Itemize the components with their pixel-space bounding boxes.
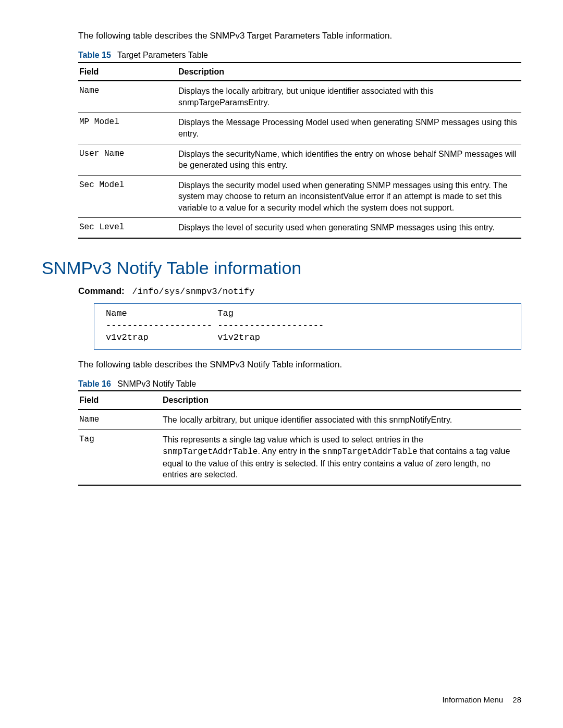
col-field: Field	[78, 391, 162, 410]
table-16: Field Description Name The locally arbit…	[78, 390, 521, 486]
table-row: Name The locally arbitrary, but unique i…	[78, 410, 521, 430]
desc-part: This represents a single tag value which…	[163, 435, 423, 444]
col-field: Field	[78, 63, 177, 81]
field-cell: Sec Model	[78, 175, 177, 218]
desc-cell: Displays the Message Processing Model us…	[177, 113, 521, 144]
table-row: Tag This represents a single tag value w…	[78, 430, 521, 485]
footer-section: Information Menu	[442, 695, 503, 704]
code-output-box: Name Tag -------------------- ----------…	[94, 303, 521, 350]
intro-text-1: The following table describes the SNMPv3…	[78, 30, 521, 42]
field-cell: MP Model	[78, 113, 177, 144]
field-cell: Name	[78, 81, 177, 113]
table-15-number: Table 15	[78, 51, 111, 59]
table-15: Field Description Name Displays the loca…	[78, 62, 521, 239]
page: The following table describes the SNMPv3…	[0, 0, 563, 728]
intro-text-2: The following table describes the SNMPv3…	[78, 359, 521, 371]
command-path: /info/sys/snmpv3/notify	[132, 287, 255, 297]
table-row: User Name Displays the securityName, whi…	[78, 144, 521, 175]
section-heading: SNMPv3 Notify Table information	[42, 256, 521, 280]
desc-part: . Any entry in the	[258, 447, 322, 455]
command-label: Command:	[78, 286, 125, 296]
footer-page-number: 28	[512, 695, 521, 704]
page-footer: Information Menu 28	[442, 695, 521, 705]
table-16-number: Table 16	[78, 379, 111, 388]
desc-cell: Displays the locally arbitrary, but uniq…	[177, 81, 521, 113]
content-block-2: Command: /info/sys/snmpv3/notify Name Ta…	[78, 286, 521, 486]
desc-cell: Displays the securityName, which identif…	[177, 144, 521, 175]
col-description: Description	[177, 63, 521, 81]
desc-cell: This represents a single tag value which…	[162, 430, 521, 485]
desc-mono: snmpTargetAddrTable	[322, 447, 417, 456]
table-header-row: Field Description	[78, 63, 521, 81]
field-cell: Tag	[78, 430, 162, 485]
table-row: Name Displays the locally arbitrary, but…	[78, 81, 521, 113]
content-block-1: The following table describes the SNMPv3…	[78, 30, 521, 239]
desc-cell: The locally arbitrary, but unique identi…	[162, 410, 521, 430]
desc-cell: Displays the level of security used when…	[177, 218, 521, 238]
command-line: Command: /info/sys/snmpv3/notify	[78, 286, 521, 298]
table-16-title: SNMPv3 Notify Table	[117, 379, 196, 388]
field-cell: User Name	[78, 144, 177, 175]
table-15-title: Target Parameters Table	[117, 51, 208, 59]
table-16-caption: Table 16 SNMPv3 Notify Table	[78, 378, 521, 390]
table-row: Sec Model Displays the security model us…	[78, 175, 521, 218]
col-description: Description	[162, 391, 521, 410]
table-header-row: Field Description	[78, 391, 521, 410]
table-15-caption: Table 15 Target Parameters Table	[78, 50, 521, 61]
field-cell: Name	[78, 410, 162, 430]
desc-cell: Displays the security model used when ge…	[177, 175, 521, 218]
table-row: Sec Level Displays the level of security…	[78, 218, 521, 238]
field-cell: Sec Level	[78, 218, 177, 238]
desc-mono: snmpTargetAddrTable	[163, 447, 258, 456]
table-row: MP Model Displays the Message Processing…	[78, 113, 521, 144]
